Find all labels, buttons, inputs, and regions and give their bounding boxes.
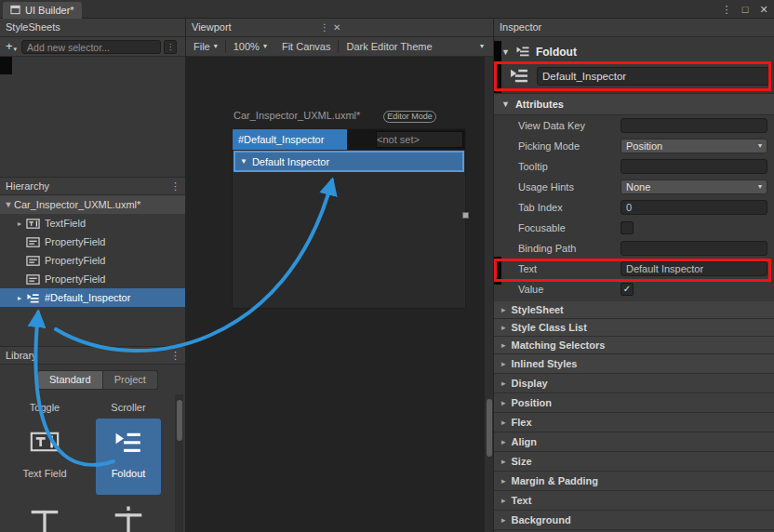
canvas-foldout-label: Default Inspector <box>252 156 329 167</box>
expand-icon[interactable]: ▸ <box>501 398 506 407</box>
expand-icon[interactable]: ▸ <box>501 340 506 350</box>
library-item-label: Text Field <box>22 468 66 479</box>
style-section-flex[interactable]: ▸ Flex <box>494 413 774 432</box>
style-section-background[interactable]: ▸ Background <box>494 511 774 530</box>
usage-hints-dropdown[interactable]: None ▾ <box>621 180 767 194</box>
expand-icon[interactable]: ▸ <box>501 379 506 388</box>
style-section-align[interactable]: ▸ Align <box>494 432 774 452</box>
section-label: Inlined Styles <box>512 358 578 369</box>
style-section-display[interactable]: ▸ Display <box>494 374 774 393</box>
library-item-scroller[interactable]: Scroller <box>97 402 160 415</box>
style-section-text[interactable]: ▸ Text <box>494 491 774 511</box>
viewport-canvas[interactable]: Car_Inspector_UXML.uxml* Editor Mode #De… <box>186 57 485 532</box>
viewport-scrollbar-thumb[interactable] <box>487 399 492 457</box>
ui-builder-window: UI Builder* ⋮ □ ✕ StyleSheets + ▾ Add ne… <box>0 0 774 532</box>
hierarchy-item-propertyfield-1[interactable]: PropertyField <box>0 233 186 251</box>
viewport-close-icon[interactable]: ✕ <box>333 19 340 37</box>
attr-row-picking-mode: Picking Mode Position ▾ <box>494 136 774 156</box>
attribute-label: Picking Mode <box>518 136 580 156</box>
zoom-dropdown[interactable]: 100% ▾ <box>226 37 274 56</box>
tab-project[interactable]: Project <box>103 370 158 390</box>
collapse-icon[interactable]: ▼ <box>501 47 510 57</box>
section-style-class-list[interactable]: ▸ Style Class List <box>494 319 774 337</box>
hierarchy-item-propertyfield-2[interactable]: PropertyField <box>0 251 186 270</box>
window-close-icon[interactable]: ✕ <box>758 4 769 16</box>
expand-icon[interactable]: ▸ <box>501 457 506 466</box>
foldout-open-icon[interactable]: ▼ <box>240 157 247 166</box>
expand-icon[interactable]: ▸ <box>501 476 506 485</box>
attribute-label: Tooltip <box>518 156 548 177</box>
element-name-input[interactable]: Default_Inspector <box>537 67 769 86</box>
selector-options-button[interactable]: ⋮ <box>164 40 177 54</box>
hierarchy-root[interactable]: ▼ Car_Inspector_UXML.uxml* <box>0 195 186 214</box>
section-label: Flex <box>512 417 532 428</box>
picking-mode-dropdown[interactable]: Position ▾ <box>621 139 767 153</box>
add-selector-button[interactable]: + ▾ <box>4 41 19 52</box>
tab-index-input[interactable]: 0 <box>621 200 767 215</box>
tooltip-input[interactable] <box>621 159 767 174</box>
canvas-foldout-element[interactable]: ▼ Default Inspector <box>234 151 464 172</box>
foldout-icon <box>25 291 40 305</box>
theme-dropdown[interactable]: Dark Editor Theme ▾ <box>339 37 493 56</box>
expand-icon[interactable]: ▸ <box>501 437 506 446</box>
focusable-checkbox[interactable] <box>621 221 634 234</box>
collapse-icon[interactable]: ▼ <box>501 100 510 109</box>
tab-standard[interactable]: Standard <box>37 370 103 390</box>
library-item-foldout[interactable]: Foldout <box>96 419 161 495</box>
hierarchy-menu-icon[interactable]: ⋮ <box>170 178 180 195</box>
window-controls: ⋮ □ ✕ <box>721 0 769 19</box>
viewport-menu-icon[interactable]: ⋮ <box>320 19 329 37</box>
expand-icon[interactable]: ▸ <box>501 418 506 427</box>
hierarchy-item-default-inspector[interactable]: ▸ #Default_Inspector <box>0 288 186 307</box>
window-icon <box>10 5 20 17</box>
expand-icon[interactable]: ▸ <box>501 305 506 314</box>
library-item-text-field[interactable]: Text Field <box>13 419 76 495</box>
expand-icon[interactable]: ▸ <box>501 515 506 525</box>
expand-icon[interactable]: ▸ <box>501 359 506 368</box>
section-matching-selectors[interactable]: ▸ Matching Selectors <box>494 337 774 354</box>
binding-path-input[interactable] <box>621 241 767 256</box>
style-section-position[interactable]: ▸ Position <box>494 393 774 413</box>
section-inlined-styles[interactable]: ▸ Inlined Styles <box>494 354 774 374</box>
chevron-down-icon: ▾ <box>480 43 484 50</box>
chevron-down-icon: ▾ <box>758 142 762 150</box>
section-label: Position <box>512 397 552 408</box>
collapse-icon[interactable]: ▼ <box>3 200 14 209</box>
ui-builder-tab[interactable]: UI Builder* <box>3 2 82 19</box>
inspector-foldout-header[interactable]: ▼ Foldout <box>494 43 774 61</box>
library-scrollbar-thumb[interactable] <box>177 400 182 441</box>
canvas-selected-element-tab[interactable]: #Default_Inspector <box>233 129 347 150</box>
window-menu-icon[interactable]: ⋮ <box>721 4 732 16</box>
library-item-partial-1[interactable] <box>24 506 65 532</box>
hierarchy-item-textfield[interactable]: ▸ TextField <box>0 214 186 233</box>
section-stylesheet[interactable]: ▸ StyleSheet <box>494 301 774 319</box>
library-item-toggle[interactable]: Toggle <box>13 402 76 415</box>
view-data-key-input[interactable] <box>621 118 767 133</box>
expand-icon[interactable]: ▸ <box>14 294 25 302</box>
theme-value: Dark Editor Theme <box>346 41 432 52</box>
style-section-size[interactable]: ▸ Size <box>494 452 774 472</box>
expand-icon[interactable]: ▸ <box>501 323 506 332</box>
library-item-partial-2[interactable] <box>108 506 149 532</box>
canvas-document[interactable]: #Default_Inspector <not set> ▼ Default I… <box>232 128 466 309</box>
style-section-margin-padding[interactable]: ▸ Margin & Padding <box>494 472 774 491</box>
canvas-resize-handle[interactable] <box>462 212 469 219</box>
viewport-panel: Viewport ⋮ ✕ File ▾ 100% ▾ Fit Canvas Da… <box>186 19 493 532</box>
expand-icon[interactable]: ▸ <box>501 496 506 505</box>
value-checkbox[interactable]: ✓ <box>621 283 634 296</box>
attributes-section-header[interactable]: ▼ Attributes <box>494 93 774 115</box>
library-scrollbar[interactable] <box>175 394 183 532</box>
add-selector-input[interactable]: Add new selector... <box>21 40 161 54</box>
library-menu-icon[interactable]: ⋮ <box>170 347 180 365</box>
file-menu[interactable]: File ▾ <box>186 37 225 56</box>
canvas-name-field[interactable]: <not set> <box>376 131 463 148</box>
viewport-scrollbar[interactable] <box>485 57 493 532</box>
hierarchy-item-propertyfield-3[interactable]: PropertyField <box>0 270 186 288</box>
window-maximize-icon[interactable]: □ <box>740 4 751 15</box>
chevron-down-icon: ▾ <box>263 43 267 50</box>
text-input[interactable]: Default Inspector <box>621 261 767 276</box>
canvas-doc-title: Car_Inspector_UXML.uxml* <box>234 110 360 121</box>
fit-canvas-button[interactable]: Fit Canvas <box>274 37 339 56</box>
expand-icon[interactable]: ▸ <box>14 219 25 228</box>
inspector-header: Inspector <box>494 19 774 37</box>
